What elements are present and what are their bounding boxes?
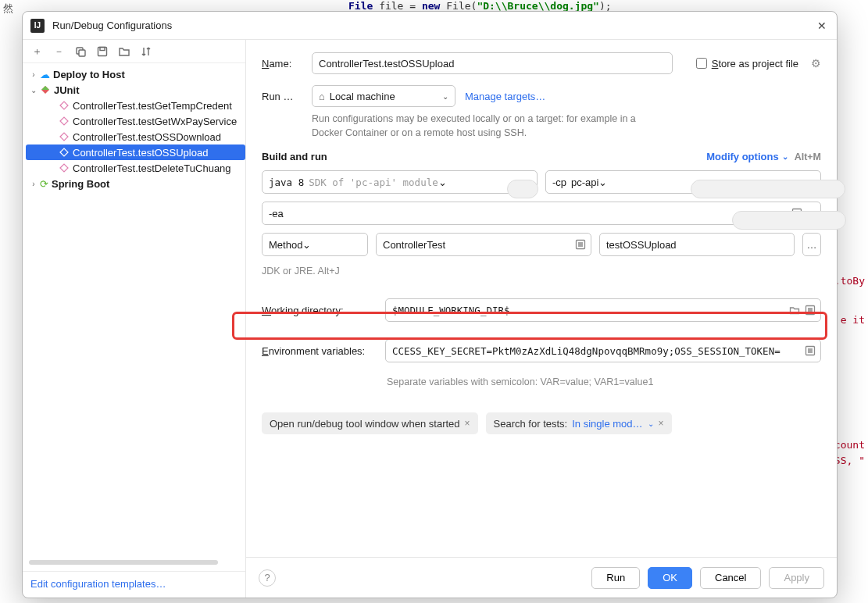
chevron-down-icon: ⌄: [29, 86, 38, 95]
run-debug-config-dialog: IJ Run/Debug Configurations ✕ ＋ － › ☁ De…: [22, 11, 838, 598]
tree-item-test[interactable]: ControllerTest.testDeleteTuChuang: [26, 160, 245, 176]
chevron-right-icon: ›: [29, 70, 38, 79]
close-icon[interactable]: ×: [659, 418, 664, 429]
tree-item-test[interactable]: ControllerTest.testGetTempCredent: [26, 98, 245, 113]
titlebar: IJ Run/Debug Configurations ✕: [23, 12, 837, 40]
tree-label: Deploy to Host: [53, 69, 125, 80]
list-icon[interactable]: [805, 345, 816, 356]
test-icon: [59, 131, 70, 142]
redaction-blur: [691, 180, 845, 198]
svg-rect-1: [79, 50, 85, 56]
edit-templates-link[interactable]: Edit configuration templates…: [30, 578, 166, 590]
save-icon[interactable]: [96, 45, 109, 58]
test-icon: [59, 100, 70, 111]
tree-item-junit[interactable]: ⌄ JUnit: [26, 82, 245, 98]
chip-open-tool-window[interactable]: Open run/debug tool window when started …: [262, 412, 478, 434]
redaction-blur: [732, 211, 846, 230]
build-and-run-title: Build and run Modify options ⌄ Alt+M: [262, 151, 821, 162]
main-panel: Name: Store as project file ⚙ Run … ⌂ Lo…: [246, 40, 837, 598]
config-tree: › ☁ Deploy to Host ⌄ JUnit ControllerTes…: [23, 63, 245, 558]
folder-icon[interactable]: [118, 45, 130, 58]
env-vars-label: Environment variables:: [262, 345, 374, 357]
working-dir-label: Working directory:: [262, 305, 374, 316]
dialog-footer: ? Run OK Cancel Apply: [246, 557, 837, 598]
sort-icon[interactable]: [140, 45, 152, 58]
chip-search-for-tests[interactable]: Search for tests: In single mod… ⌄ ×: [486, 412, 672, 434]
bg-fragment: SS, ": [834, 455, 865, 466]
store-checkbox[interactable]: [696, 58, 707, 69]
test-icon: [59, 116, 70, 127]
add-icon[interactable]: ＋: [30, 45, 43, 58]
test-class-input[interactable]: ControllerTest: [376, 233, 591, 256]
test-icon: [59, 162, 70, 173]
run-on-label: Run …: [262, 91, 302, 102]
tree-item-test[interactable]: ControllerTest.testOSSDownload: [26, 129, 245, 145]
bg-fragment: e it: [841, 314, 865, 326]
test-icon: [59, 147, 70, 158]
home-icon: ⌂: [319, 91, 325, 102]
chevron-right-icon: ›: [29, 180, 38, 188]
chevron-down-icon: ⌄: [442, 92, 448, 101]
store-as-project-file[interactable]: Store as project file: [696, 58, 798, 70]
list-icon[interactable]: [575, 239, 586, 250]
jdk-hint: JDK or JRE. Alt+J: [262, 266, 821, 277]
run-on-combo[interactable]: ⌂ Local machine ⌄: [312, 85, 455, 107]
tree-label: ControllerTest.testOSSUpload: [73, 147, 208, 159]
app-icon: IJ: [30, 19, 45, 33]
gear-icon[interactable]: ⚙: [811, 57, 821, 70]
chevron-down-icon: ⌄: [782, 152, 788, 161]
tree-label: ControllerTest.testDeleteTuChuang: [73, 162, 231, 174]
env-hint: Separate variables with semicolon: VAR=v…: [387, 376, 821, 387]
bg-gutter-char: 然: [3, 2, 13, 16]
sidebar-toolbar: ＋ －: [23, 40, 245, 63]
cancel-button[interactable]: Cancel: [700, 567, 761, 589]
cloud-icon: ☁: [40, 69, 50, 80]
env-vars-input[interactable]: CCESS_KEY_SECRET=PktM0zAzXdLiQ48dgNpovqq…: [385, 339, 821, 362]
dialog-title: Run/Debug Configurations: [52, 20, 815, 31]
bg-fragment: .toBy: [834, 275, 865, 287]
junit-icon: [40, 84, 51, 95]
apply-button: Apply: [769, 567, 824, 589]
tree-label: ControllerTest.testOSSDownload: [73, 131, 221, 143]
tree-item-test[interactable]: ControllerTest.testGetWxPayService: [26, 113, 245, 129]
copy-icon[interactable]: [74, 45, 87, 58]
sidebar: ＋ － › ☁ Deploy to Host ⌄ JUnit: [23, 40, 246, 598]
bg-fragment: count: [834, 439, 865, 451]
chevron-down-icon: ⌄: [302, 239, 311, 251]
ok-button[interactable]: OK: [648, 567, 692, 589]
modify-shortcut: Alt+M: [795, 152, 821, 162]
tree-item-test-selected[interactable]: ControllerTest.testOSSUpload: [26, 145, 245, 160]
name-input[interactable]: [312, 52, 673, 74]
horizontal-scrollbar[interactable]: [29, 560, 239, 566]
folder-icon[interactable]: [789, 305, 800, 316]
close-icon[interactable]: ×: [465, 418, 470, 429]
tree-label: JUnit: [54, 84, 80, 96]
working-dir-input[interactable]: $MODULE_WORKING_DIR$: [385, 298, 821, 322]
browse-button[interactable]: …: [802, 233, 821, 256]
bg-code-line: File file = new File("D:\\Bruce\\dog.jpg…: [348, 0, 612, 12]
svg-rect-3: [100, 47, 105, 50]
close-icon[interactable]: ✕: [815, 19, 829, 33]
tree-item-deploy[interactable]: › ☁ Deploy to Host: [26, 66, 245, 82]
tree-label: Spring Boot: [52, 178, 109, 190]
run-on-value: Local machine: [330, 91, 395, 102]
run-on-hint: Run configurations may be executed local…: [312, 112, 640, 140]
modify-options-link[interactable]: Modify options ⌄: [706, 151, 788, 162]
manage-targets-link[interactable]: Manage targets…: [465, 91, 545, 102]
tree-item-spring[interactable]: › ⟳ Spring Boot: [26, 176, 245, 191]
test-kind-combo[interactable]: Method ⌄: [262, 233, 368, 256]
chevron-down-icon: ⌄: [438, 177, 447, 188]
name-label: Name:: [262, 58, 302, 70]
run-button[interactable]: Run: [591, 567, 640, 589]
tree-label: ControllerTest.testGetWxPayService: [73, 116, 237, 127]
svg-rect-2: [98, 47, 107, 55]
tree-label: ControllerTest.testGetTempCredent: [73, 100, 232, 112]
list-icon[interactable]: [805, 305, 816, 316]
remove-icon[interactable]: －: [52, 45, 65, 58]
help-icon[interactable]: ?: [259, 569, 276, 587]
test-method-input[interactable]: testOSSUpload: [599, 233, 795, 256]
chevron-down-icon: ⌄: [648, 419, 654, 428]
redaction-blur: [507, 180, 538, 198]
chevron-down-icon: ⌄: [598, 177, 607, 188]
jre-combo[interactable]: java 8 SDK of 'pc-api' module ⌄: [262, 170, 538, 194]
